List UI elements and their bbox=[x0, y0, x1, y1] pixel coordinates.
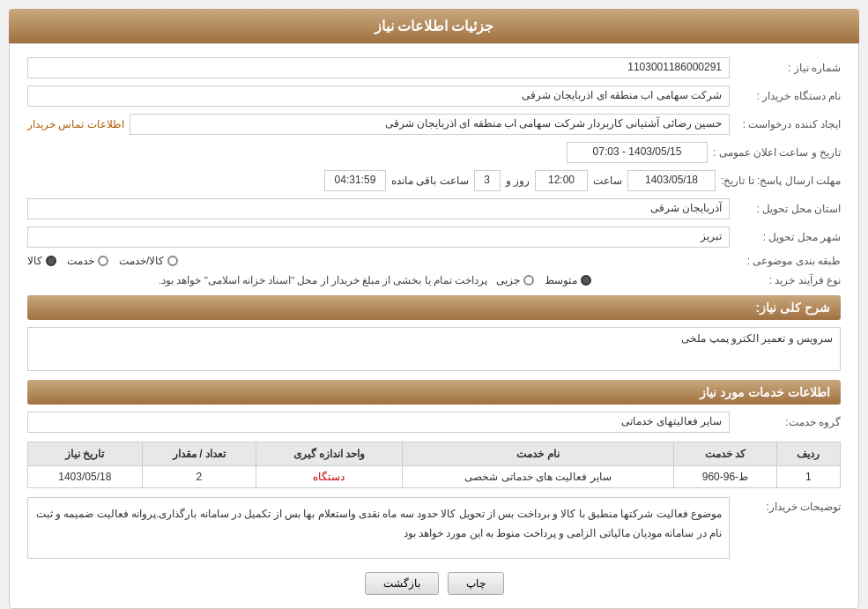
service-group-label: گروه خدمت: bbox=[735, 416, 841, 428]
remaining-label: ساعت باقی مانده bbox=[391, 175, 469, 187]
col-service-name: نام خدمت bbox=[402, 442, 673, 466]
deadline-days-label: روز و bbox=[506, 175, 530, 187]
button-row: چاپ بازگشت bbox=[27, 572, 841, 595]
deadline-row: مهلت ارسال پاسخ: تا تاریخ: 1403/05/18 سا… bbox=[27, 170, 841, 191]
purchase-radio-jozi bbox=[523, 275, 534, 286]
announcement-value: 1403/05/15 - 07:03 bbox=[567, 142, 708, 163]
services-section-header: اطلاعات خدمات مورد نیاز bbox=[27, 380, 841, 405]
need-number-row: شماره نیاز : 1103001186000291 bbox=[27, 57, 841, 78]
province-value: آذربایجان شرقی bbox=[27, 198, 730, 219]
page-wrapper: جزئیات اطلاعات نیاز شماره نیاز : 1103001… bbox=[0, 0, 868, 609]
buyer-notes-row: توضیحات خریدار: موضوع فعالیت شرکتها منطب… bbox=[27, 497, 841, 559]
cell-date: 1403/05/18 bbox=[28, 466, 143, 488]
purchase-radio-motavaset bbox=[581, 275, 591, 286]
buyer-notes-label: توضیحات خریدار: bbox=[735, 497, 841, 513]
category-label: طبقه بندی موضوعی : bbox=[735, 255, 841, 267]
page-header: جزئیات اطلاعات نیاز bbox=[9, 9, 859, 43]
need-description-section: شرح کلی نیاز: bbox=[27, 295, 841, 320]
deadline-days: 3 bbox=[474, 170, 501, 191]
back-button[interactable]: بازگشت bbox=[365, 572, 439, 595]
col-row-num: ردیف bbox=[776, 442, 840, 466]
creator-value: حسین رضائی آشتیانی کاربردار شرکت سهامی ا… bbox=[130, 114, 730, 135]
category-radio-khadamat bbox=[98, 256, 108, 266]
province-row: استان محل تحویل : آذربایجان شرقی bbox=[27, 198, 841, 219]
cell-row-num: 1 bbox=[776, 466, 840, 488]
deadline-date: 1403/05/18 bbox=[627, 170, 716, 191]
category-radio-kala bbox=[46, 256, 56, 266]
purchase-type-jozi[interactable]: جزیی bbox=[496, 274, 534, 286]
print-button[interactable]: چاپ bbox=[448, 572, 504, 595]
service-group-row: گروه خدمت: سایر فعالیتهای خدماتی bbox=[27, 412, 841, 433]
need-description-label: شرح کلی نیاز: bbox=[756, 301, 830, 315]
service-group-value: سایر فعالیتهای خدماتی bbox=[27, 412, 730, 433]
category-option-khadamat[interactable]: خدمت bbox=[67, 255, 108, 267]
need-description-area: سرویس و تعمیر الکترو پمپ ملخی bbox=[27, 327, 841, 371]
services-section-title: اطلاعات خدمات مورد نیاز bbox=[700, 385, 830, 399]
category-radio-group: کالا/خدمت خدمت کالا bbox=[27, 255, 730, 267]
buyer-notes-value: موضوع فعالیت شرکتها منطبق با کالا و بردا… bbox=[36, 508, 722, 539]
deadline-time: 12:00 bbox=[535, 170, 588, 191]
page-title: جزئیات اطلاعات نیاز bbox=[375, 19, 494, 33]
city-row: شهر محل تحویل : تبریز bbox=[27, 227, 841, 248]
city-value: تبریز bbox=[27, 227, 730, 248]
creator-label: ایجاد کننده درخواست : bbox=[735, 118, 841, 130]
category-option-kala-khadamat[interactable]: کالا/خدمت bbox=[119, 255, 178, 267]
remaining-time: 04:31:59 bbox=[324, 170, 386, 191]
services-table: ردیف کد خدمت نام خدمت واحد اندازه گیری ت… bbox=[27, 442, 841, 488]
creator-contact-link[interactable]: اطلاعات تماس خریدار bbox=[27, 118, 124, 130]
col-quantity: تعداد / مقدار bbox=[142, 442, 256, 466]
purchase-type-label: نوع فرآیند خرید : bbox=[735, 274, 841, 286]
col-unit: واحد اندازه گیری bbox=[256, 442, 403, 466]
cell-service-code: ط-96-960 bbox=[674, 466, 777, 488]
creator-row: ایجاد کننده درخواست : حسین رضائی آشتیانی… bbox=[27, 114, 841, 135]
need-number-value: 1103001186000291 bbox=[27, 57, 730, 78]
category-row: طبقه بندی موضوعی : کالا/خدمت خدمت کالا bbox=[27, 255, 841, 267]
col-service-code: کد خدمت bbox=[674, 442, 777, 466]
announcement-row: تاریخ و ساعت اعلان عمومی : 1403/05/15 - … bbox=[27, 142, 841, 163]
services-table-section: ردیف کد خدمت نام خدمت واحد اندازه گیری ت… bbox=[27, 442, 841, 488]
buyer-org-label: نام دستگاه خریدار : bbox=[735, 90, 841, 102]
need-description-value: سرویس و تعمیر الکترو پمپ ملخی bbox=[681, 332, 833, 345]
category-radio-kala-khadamat bbox=[167, 256, 178, 266]
purchase-type-note: پرداخت تمام یا بخشی از مبلغ خریدار از مح… bbox=[27, 274, 487, 286]
table-header-row: ردیف کد خدمت نام خدمت واحد اندازه گیری ت… bbox=[28, 442, 841, 466]
purchase-type-row: نوع فرآیند خرید : متوسط جزیی پرداخت تمام… bbox=[27, 274, 841, 286]
main-card: شماره نیاز : 1103001186000291 نام دستگاه… bbox=[9, 43, 859, 609]
deadline-label: مهلت ارسال پاسخ: تا تاریخ: bbox=[721, 175, 841, 187]
cell-unit: دستگاه bbox=[256, 466, 403, 488]
cell-quantity: 2 bbox=[142, 466, 256, 488]
cell-service-name: سایر فعالیت های خدماتی شخصی bbox=[402, 466, 673, 488]
need-description-box: سرویس و تعمیر الکترو پمپ ملخی bbox=[27, 327, 841, 371]
category-option-kala[interactable]: کالا bbox=[27, 255, 56, 267]
buyer-org-row: نام دستگاه خریدار : شرکت سهامی اب منطقه … bbox=[27, 85, 841, 107]
city-label: شهر محل تحویل : bbox=[735, 231, 841, 243]
table-row: 1 ط-96-960 سایر فعالیت های خدماتی شخصی د… bbox=[28, 466, 841, 488]
purchase-type-motavaset[interactable]: متوسط bbox=[545, 274, 591, 286]
buyer-notes-box: موضوع فعالیت شرکتها منطبق با کالا و بردا… bbox=[27, 497, 730, 559]
col-date: تاریخ نیاز bbox=[28, 442, 143, 466]
deadline-time-label: ساعت bbox=[593, 175, 622, 187]
province-label: استان محل تحویل : bbox=[735, 203, 841, 215]
buyer-org-value: شرکت سهامی اب منطقه ای اذربایجان شرقی bbox=[27, 85, 730, 107]
announcement-label: تاریخ و ساعت اعلان عمومی : bbox=[713, 146, 841, 159]
need-number-label: شماره نیاز : bbox=[735, 62, 841, 74]
